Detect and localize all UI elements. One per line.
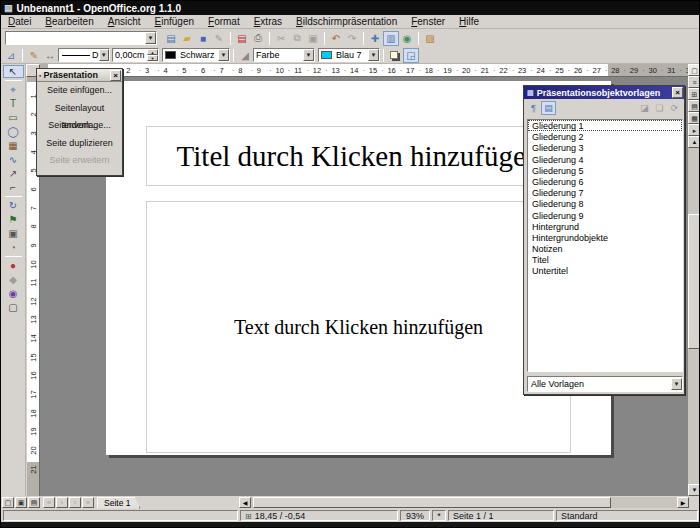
style-item-gliederung-6[interactable]: Gliederung 6 (528, 176, 682, 187)
alignment-tool-button[interactable]: ⚑ (3, 213, 24, 226)
menu-datei[interactable]: Datei (1, 15, 38, 28)
fill-mode-dropdown-icon[interactable]: ▼ (303, 49, 314, 61)
style-item-gliederung-5[interactable]: Gliederung 5 (528, 165, 682, 176)
scroll-up-icon[interactable]: ▲ (688, 136, 700, 148)
style-item-gliederung-8[interactable]: Gliederung 8 (528, 198, 682, 209)
menu-fenster[interactable]: Fenster (404, 15, 452, 28)
line-style-dropdown-icon[interactable]: ▼ (99, 49, 109, 61)
seite-duplizieren-button[interactable]: Seite duplizieren (37, 135, 122, 153)
fill-mode-combo[interactable]: Farbe ▼ (253, 48, 315, 62)
line-color-dropdown-icon[interactable]: ▼ (218, 49, 229, 61)
body-placeholder[interactable]: Text durch Klicken hinzufügen (146, 201, 571, 453)
paragraph-styles-button[interactable]: ¶ (526, 101, 541, 115)
slide-view-button[interactable]: ⊞ (688, 88, 700, 100)
style-filter-combo[interactable]: Alle Vorlagen ▼ (527, 376, 683, 392)
horizontal-ruler[interactable]: 1·2·3·4·5·6·7·8·9·10·11·12·13·14·15·16·1… (40, 64, 688, 77)
gallery-button[interactable]: ▨ (422, 31, 438, 46)
style-item-gliederung-1[interactable]: Gliederung 1 (528, 120, 682, 131)
presentation-box-toggle-button[interactable]: ◲ (403, 48, 419, 63)
horizontal-scrollbar[interactable]: ◀ ▶ (239, 497, 689, 508)
master-mode-button[interactable]: ▣ (15, 497, 27, 508)
style-filter-dropdown-icon[interactable]: ▼ (671, 378, 682, 390)
style-item-titel[interactable]: Titel (528, 254, 682, 265)
print-button[interactable]: ⎙ (250, 31, 266, 46)
style-item-hintergrundobjekte[interactable]: Hintergrundobjekte (528, 232, 682, 243)
area-fill-button[interactable]: ◢ (237, 48, 253, 63)
3d-effects-tool-button[interactable]: ◉ (3, 287, 24, 300)
curve-tool-button[interactable]: ∿ (3, 153, 24, 166)
style-item-untertitel[interactable]: Untertitel (528, 265, 682, 276)
menu-bildschirmpräsentation[interactable]: Bildschirmpräsentation (289, 15, 404, 28)
arrange-tool-button[interactable]: ▣ (3, 227, 24, 240)
handout-view-button[interactable]: ▦ (688, 112, 700, 124)
style-item-gliederung-7[interactable]: Gliederung 7 (528, 187, 682, 198)
open-button[interactable]: ▰ (179, 31, 195, 46)
horizontal-scroll-thumb[interactable] (253, 497, 611, 508)
new-document-button[interactable]: ▤ (163, 31, 179, 46)
url-input[interactable] (6, 32, 145, 44)
seite-einfügen-button[interactable]: Seite einfügen... (37, 82, 122, 100)
outline-view-button[interactable]: ≡ (688, 76, 700, 88)
edit-points-button[interactable]: ⊿ (3, 48, 19, 63)
insert-tool-button[interactable]: ◔ (3, 241, 24, 254)
undo-button[interactable]: ↶ (328, 31, 344, 46)
menu-ansicht[interactable]: Ansicht (101, 15, 148, 28)
menu-einfügen[interactable]: Einfügen (148, 15, 201, 28)
fill-color-combo[interactable]: Blau 7 ▼ (318, 48, 380, 62)
line-width-input[interactable] (113, 49, 147, 61)
line-color-combo[interactable]: Schwarz ▼ (162, 48, 230, 62)
style-item-notizen[interactable]: Notizen (528, 243, 682, 254)
line-dialog-button[interactable]: ✎ (26, 48, 42, 63)
title-bar[interactable]: ▤ Unbenannt1 - OpenOffice.org 1.1.0 (1, 1, 700, 15)
layer-mode-button[interactable]: ▤ (28, 497, 40, 508)
shadow-button[interactable] (387, 48, 403, 63)
line-style-combo[interactable]: D ▼ (58, 48, 110, 62)
rectangle-tool-button[interactable]: ▭ (3, 111, 24, 124)
presentation-box-titlebar[interactable]: ▪ Präsentation × (37, 69, 122, 82)
style-item-gliederung-3[interactable]: Gliederung 3 (528, 142, 682, 153)
connector-tool-button[interactable]: ⌐ (3, 181, 24, 194)
export-pdf-button[interactable]: ▤ (234, 31, 250, 46)
hyperlink-button[interactable]: ◉ (399, 31, 415, 46)
rotate-tool-button[interactable]: ↻ (3, 199, 24, 212)
url-combo[interactable]: ▼ (5, 31, 157, 45)
seitenvorlage-button[interactable]: Seitenvorlage... (37, 117, 122, 135)
horizontal-scroll-track[interactable] (251, 497, 677, 508)
resize-corner[interactable] (689, 496, 700, 509)
zoom-tool-button[interactable]: ⌖ (3, 83, 24, 96)
menu-hilfe[interactable]: Hilfe (452, 15, 486, 28)
style-item-hintergrund[interactable]: Hintergrund (528, 221, 682, 232)
seitenlayout-ändern-button[interactable]: Seitenlayout ändern... (37, 100, 122, 118)
navigator-button[interactable]: ✚ (367, 31, 383, 46)
presentation-styles-button[interactable]: ▤ (541, 101, 556, 115)
menu-format[interactable]: Format (201, 15, 247, 28)
stylist-titlebar[interactable]: ▤ Präsentationsobjektvorlagen × (524, 86, 684, 99)
style-item-gliederung-9[interactable]: Gliederung 9 (528, 210, 682, 221)
ellipse-tool-button[interactable]: ◯ (3, 125, 24, 138)
style-item-gliederung-4[interactable]: Gliederung 4 (528, 154, 682, 165)
scroll-right-icon[interactable]: ▶ (677, 497, 689, 508)
scroll-left-icon[interactable]: ◀ (239, 497, 251, 508)
spin-down-icon[interactable]: ▼ (147, 55, 158, 61)
status-zoom-field[interactable]: 93% (400, 510, 430, 521)
notes-view-button[interactable]: ▤ (688, 100, 700, 112)
menu-bearbeiten[interactable]: Bearbeiten (38, 15, 100, 28)
start-slideshow-button[interactable]: ▸ (688, 124, 700, 136)
style-item-gliederung-2[interactable]: Gliederung 2 (528, 131, 682, 142)
stylist-button[interactable]: ▥ (383, 31, 399, 46)
vertical-scroll-thumb[interactable] (688, 214, 700, 349)
arrow-style-button[interactable]: ↔ (42, 48, 58, 63)
text-tool-button[interactable]: T (3, 97, 24, 110)
menu-extras[interactable]: Extras (247, 15, 289, 28)
style-list[interactable]: Gliederung 1Gliederung 2Gliederung 3Glie… (527, 119, 683, 372)
3d-objects-tool-button[interactable]: ▦ (3, 139, 24, 152)
select-tool-button[interactable]: ↖ (3, 65, 24, 78)
fill-color-dropdown-icon[interactable]: ▼ (368, 49, 379, 61)
title-placeholder[interactable]: Titel durch Klicken hinzufügen (146, 126, 571, 186)
close-icon[interactable]: × (110, 70, 121, 81)
lines-arrows-tool-button[interactable]: ↗ (3, 167, 24, 180)
url-dropdown-icon[interactable]: ▼ (145, 32, 156, 44)
close-icon[interactable]: × (672, 87, 683, 98)
page-mode-button[interactable]: ▢ (2, 497, 14, 508)
line-width-spinner[interactable]: ▲ ▼ (112, 48, 159, 62)
